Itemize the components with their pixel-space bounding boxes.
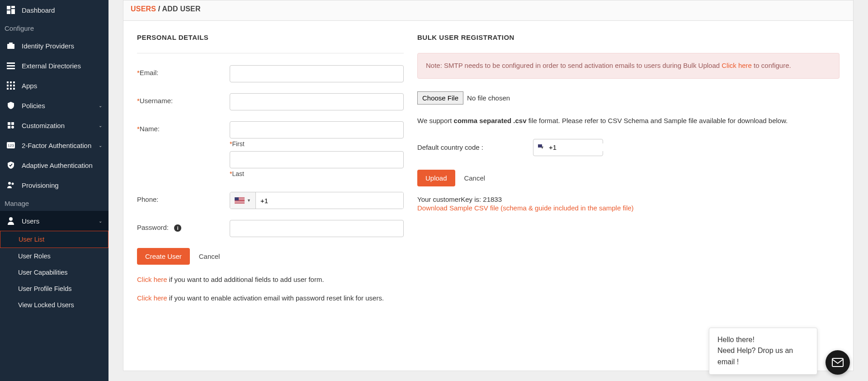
add-fields-helper: Click here if you want to add additional… (137, 276, 404, 283)
svg-rect-17 (13, 88, 15, 90)
customer-key-line: Your customerKey is: 21833 (417, 195, 840, 203)
bulk-registration-section: BULK USER REGISTRATION Note: SMTP needs … (417, 33, 840, 302)
email-input[interactable] (230, 65, 404, 82)
default-country-label: Default country code : (417, 143, 533, 151)
add-fields-text: if you want to add additional fields to … (167, 276, 324, 283)
svg-rect-3 (7, 10, 10, 14)
activation-email-text: if you want to enable activation email w… (167, 294, 384, 302)
svg-rect-11 (13, 81, 15, 83)
puzzle-icon (6, 121, 15, 130)
list-icon (6, 61, 15, 70)
nav-users-view-locked-users[interactable]: View Locked Users (0, 297, 108, 313)
username-input[interactable] (230, 93, 404, 110)
svg-rect-12 (7, 85, 9, 86)
svg-rect-5 (9, 43, 13, 44)
divider (137, 53, 404, 53)
nav-identity-providers[interactable]: Identity Providers (0, 36, 108, 56)
svg-rect-15 (7, 88, 9, 90)
svg-rect-0 (7, 6, 10, 10)
main-content: USERS / ADD USER PERSONAL DETAILS *Email… (108, 0, 868, 381)
dashboard-icon (6, 5, 15, 14)
mail-icon (832, 358, 844, 367)
nav-external-directories[interactable]: External Directories (0, 56, 108, 76)
nav-policies-label: Policies (22, 102, 45, 110)
bulk-cancel-button[interactable]: Cancel (464, 174, 485, 182)
default-country-input[interactable] (549, 143, 635, 151)
chevron-down-icon: ⌄ (99, 219, 102, 224)
nav-2fa[interactable]: 123 2-Factor Authentication ⌄ (0, 135, 108, 155)
smtp-configure-link[interactable]: Click here (722, 62, 752, 69)
password-input[interactable] (230, 220, 404, 237)
svg-rect-7 (7, 65, 15, 67)
nav-users-user-roles[interactable]: User Roles (0, 248, 108, 264)
breadcrumb-parent[interactable]: USERS (131, 5, 156, 13)
nav-users-user-list[interactable]: User List (0, 231, 108, 248)
svg-rect-2 (11, 9, 15, 14)
keypad-icon: 123 (6, 141, 15, 150)
file-status-text: No file chosen (467, 94, 510, 102)
customer-key-value: 21833 (483, 195, 502, 203)
users-sync-icon (6, 181, 15, 190)
nav-dashboard-label: Dashboard (22, 6, 55, 14)
svg-rect-19 (11, 122, 14, 125)
add-fields-link[interactable]: Click here (137, 276, 167, 283)
name-label: Name: (140, 125, 160, 133)
smtp-alert-text-pre: Note: SMTP needs to be configured in ord… (426, 62, 722, 69)
svg-rect-20 (8, 126, 10, 129)
chevron-down-icon: ⌄ (99, 143, 102, 148)
nav-adaptive-auth[interactable]: Adaptive Authentication (0, 155, 108, 175)
sidebar-section-manage: Manage (0, 195, 108, 211)
choose-file-button[interactable]: Choose File (417, 91, 463, 105)
last-name-input[interactable] (230, 151, 404, 168)
caret-down-icon: ▼ (247, 198, 251, 203)
nav-customization[interactable]: Customization ⌄ (0, 115, 108, 135)
sidebar: Dashboard Configure Identity Providers E… (0, 0, 108, 381)
nav-apps[interactable]: Apps (0, 76, 108, 95)
nav-apps-label: Apps (22, 82, 37, 90)
nav-policies[interactable]: Policies ⌄ (0, 95, 108, 115)
sidebar-section-configure: Configure (0, 20, 108, 36)
chat-help-text: Need Help? Drop us an email ! (717, 345, 809, 368)
nav-users[interactable]: Users ⌄ (0, 211, 108, 231)
shield-icon (6, 101, 15, 110)
svg-rect-4 (7, 44, 14, 49)
svg-rect-27 (832, 358, 843, 367)
apps-icon (6, 81, 15, 90)
nav-provisioning[interactable]: Provisioning (0, 175, 108, 195)
nav-identity-providers-label: Identity Providers (22, 42, 74, 50)
svg-rect-13 (10, 85, 12, 86)
nav-dashboard[interactable]: Dashboard (0, 0, 108, 20)
svg-text:123: 123 (8, 143, 14, 148)
phone-label: Phone: (137, 195, 159, 203)
cancel-button[interactable]: Cancel (199, 252, 220, 260)
phone-input[interactable] (256, 192, 403, 209)
first-name-input[interactable] (230, 121, 404, 138)
info-icon[interactable]: i (174, 224, 181, 232)
username-label: Username: (140, 97, 173, 105)
nav-users-user-profile-fields[interactable]: User Profile Fields (0, 281, 108, 297)
email-label: Email: (140, 69, 159, 76)
us-flag-icon (235, 197, 245, 204)
nav-provisioning-label: Provisioning (22, 181, 59, 189)
csv-support-text: We support comma separated .csv file for… (417, 115, 840, 126)
personal-details-section: PERSONAL DETAILS *Email: *Username: *Nam… (137, 33, 404, 302)
phone-country-selector[interactable]: ▼ (230, 192, 256, 209)
create-user-button[interactable]: Create User (137, 248, 190, 265)
breadcrumb-separator: / (156, 5, 162, 13)
nav-users-user-capabilities[interactable]: User Capabilities (0, 264, 108, 281)
activation-email-helper: Click here if you want to enable activat… (137, 294, 404, 302)
breadcrumb: USERS / ADD USER (123, 0, 853, 21)
briefcase-icon (6, 41, 15, 50)
activation-email-link[interactable]: Click here (137, 294, 167, 302)
breadcrumb-current: ADD USER (162, 5, 200, 13)
nav-users-label: Users (22, 217, 39, 225)
download-sample-link[interactable]: Download Sample CSV file (schema & guide… (417, 204, 840, 212)
nav-2fa-label: 2-Factor Authentication (22, 142, 91, 149)
svg-rect-16 (10, 88, 12, 90)
password-label: Password: (137, 224, 169, 231)
default-country-selector[interactable]: ▼ (533, 139, 603, 156)
upload-button[interactable]: Upload (417, 170, 455, 186)
chat-fab-button[interactable] (826, 350, 850, 375)
chevron-down-icon: ⌄ (99, 103, 102, 108)
chat-bubble[interactable]: Hello there! Need Help? Drop us an email… (709, 328, 817, 375)
